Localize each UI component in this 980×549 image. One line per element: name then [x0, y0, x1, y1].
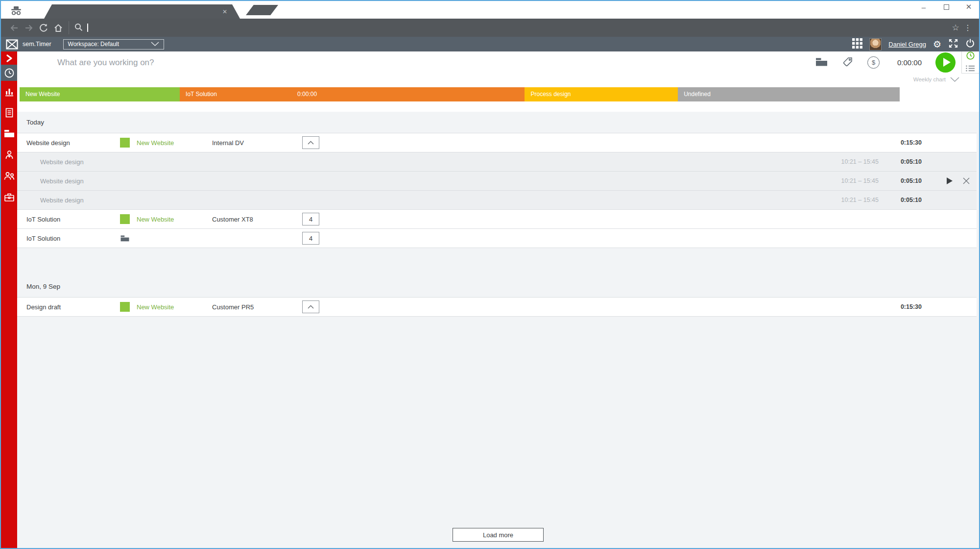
timer-duration: 0:00:00: [893, 58, 922, 67]
sidebar-item-clients[interactable]: [1, 144, 17, 165]
incognito-icon: [10, 6, 23, 18]
chevron-right-icon: [6, 54, 13, 63]
bookmark-star-icon[interactable]: ☆: [949, 23, 962, 33]
time-entry-subrow[interactable]: Website design 10:21 – 15:45 0:05:10: [17, 152, 977, 171]
sidebar-item-reports[interactable]: [1, 81, 17, 102]
text-caret: [87, 24, 88, 32]
project-color-swatch: [120, 214, 130, 224]
chevron-down-icon: [950, 77, 959, 82]
browser-toolbar: ☆ ⋮: [1, 19, 979, 37]
entry-name[interactable]: Website design: [17, 158, 120, 166]
load-more-button[interactable]: Load more: [453, 528, 544, 542]
start-timer-button[interactable]: [935, 52, 956, 73]
sidebar-item-timer[interactable]: [1, 65, 17, 81]
time-entry-subrow[interactable]: Website design 10:21 – 15:45 0:05:10: [17, 171, 977, 190]
people-icon: [3, 171, 16, 181]
time-entries-list: Today Website design New Website Interna…: [17, 112, 979, 548]
bar-segment[interactable]: Undefined: [678, 87, 900, 101]
project-folder-icon[interactable]: [815, 56, 828, 69]
weekly-chart-zone: Weekly chart New Website IoT Solution0:0…: [17, 74, 979, 112]
timer-bar: $ 0:00:00: [17, 51, 979, 74]
fullscreen-icon[interactable]: [948, 38, 958, 50]
task-description-input[interactable]: [57, 58, 815, 68]
tab-close-icon[interactable]: ✕: [222, 8, 227, 15]
bar-chart-icon: [4, 86, 15, 97]
timer-mode-icon[interactable]: [965, 50, 976, 63]
bar-segment[interactable]: Process design: [525, 87, 678, 101]
entry-duration: 0:05:10: [891, 197, 922, 203]
maximize-button[interactable]: [942, 3, 951, 11]
entry-duration: 0:15:30: [891, 139, 922, 146]
browser-menu-icon[interactable]: ⋮: [962, 23, 973, 32]
folder-icon: [3, 129, 15, 138]
entry-name[interactable]: IoT Solution: [17, 235, 120, 242]
sidebar-expand-button[interactable]: [1, 51, 17, 65]
back-icon[interactable]: [7, 23, 22, 33]
chevron-up-icon: [308, 305, 314, 309]
sidebar-item-timesheet[interactable]: [1, 102, 17, 123]
billable-dollar-icon[interactable]: $: [867, 56, 880, 69]
entry-duration: 0:05:10: [891, 177, 922, 184]
time-entry-row[interactable]: Design draft New Website Customer PR5 0:…: [17, 297, 977, 316]
bar-segment[interactable]: New Website: [20, 87, 180, 101]
time-entry-row[interactable]: IoT Solution New Website Customer XT8 4: [17, 209, 977, 228]
browser-window: ✕ – ✕ ☆ ⋮: [0, 0, 980, 549]
window-controls: – ✕: [919, 2, 973, 11]
home-icon[interactable]: [51, 23, 66, 33]
delete-entry-icon[interactable]: [962, 177, 970, 185]
group-title: Mon, 9 Sep: [17, 276, 979, 297]
entry-client: Internal DV: [212, 139, 302, 147]
minimize-button[interactable]: –: [919, 3, 928, 11]
user-avatar[interactable]: [869, 38, 882, 50]
user-name-link[interactable]: Daniel Gregg: [888, 41, 926, 48]
entry-duration: 0:15:30: [891, 303, 922, 310]
time-entry-row[interactable]: Website design New Website Internal DV 0…: [17, 133, 977, 152]
apps-grid-icon[interactable]: [852, 38, 862, 50]
new-tab-button[interactable]: [246, 5, 278, 15]
forward-icon[interactable]: [22, 23, 36, 33]
chevron-up-icon: [308, 141, 314, 145]
weekly-chart-toggle[interactable]: Weekly chart: [17, 74, 979, 85]
time-entry-subrow[interactable]: Website design 10:21 – 15:45 0:05:10: [17, 190, 977, 209]
entry-name[interactable]: IoT Solution: [17, 216, 120, 223]
entry-client: Customer XT8: [212, 216, 302, 223]
entry-count-badge[interactable]: 4: [302, 213, 319, 225]
entry-name[interactable]: Design draft: [17, 303, 120, 311]
entry-name[interactable]: Website design: [17, 139, 120, 147]
entry-name[interactable]: Website design: [17, 197, 120, 204]
manual-mode-list-icon[interactable]: [965, 64, 976, 75]
entry-time-range: 10:21 – 15:45: [841, 177, 879, 184]
weekly-stacked-bar: New Website IoT Solution0:00:00 Process …: [20, 87, 900, 101]
person-icon: [3, 149, 15, 161]
time-entry-row[interactable]: IoT Solution 4: [17, 228, 977, 248]
settings-gear-icon[interactable]: ⚙: [933, 40, 941, 49]
power-icon[interactable]: [965, 38, 975, 50]
entry-project[interactable]: New Website: [137, 139, 212, 147]
browser-tab[interactable]: ✕: [44, 4, 240, 19]
segment-value: 0:00:00: [297, 87, 317, 101]
workspace-select[interactable]: Workspace: Default: [63, 39, 164, 50]
reload-icon[interactable]: [36, 23, 51, 33]
close-button[interactable]: ✕: [964, 2, 973, 11]
entry-project[interactable]: New Website: [137, 303, 212, 311]
sidebar-item-projects[interactable]: [1, 123, 17, 144]
document-icon: [4, 107, 15, 118]
project-color-swatch: [120, 138, 130, 148]
weekly-chart-label: Weekly chart: [913, 76, 946, 82]
address-bar[interactable]: [69, 21, 942, 34]
sidebar-item-workspaces[interactable]: [1, 186, 17, 207]
chevron-down-icon: [151, 42, 159, 47]
entry-duration: 0:05:10: [891, 158, 922, 165]
entry-mode-strip: [961, 51, 979, 74]
sidebar-item-team[interactable]: [1, 165, 17, 186]
collapse-group-button[interactable]: [302, 300, 319, 313]
continue-entry-play-icon[interactable]: [946, 177, 953, 185]
entry-time-range: 10:21 – 15:45: [841, 158, 879, 165]
app-title: sem.Timer: [23, 41, 51, 48]
entry-project[interactable]: New Website: [137, 216, 212, 223]
tag-icon[interactable]: [842, 56, 854, 70]
entry-count-badge[interactable]: 4: [302, 232, 319, 245]
entry-name[interactable]: Website design: [17, 177, 120, 185]
collapse-group-button[interactable]: [302, 136, 319, 149]
bar-segment[interactable]: IoT Solution0:00:00: [180, 87, 525, 101]
